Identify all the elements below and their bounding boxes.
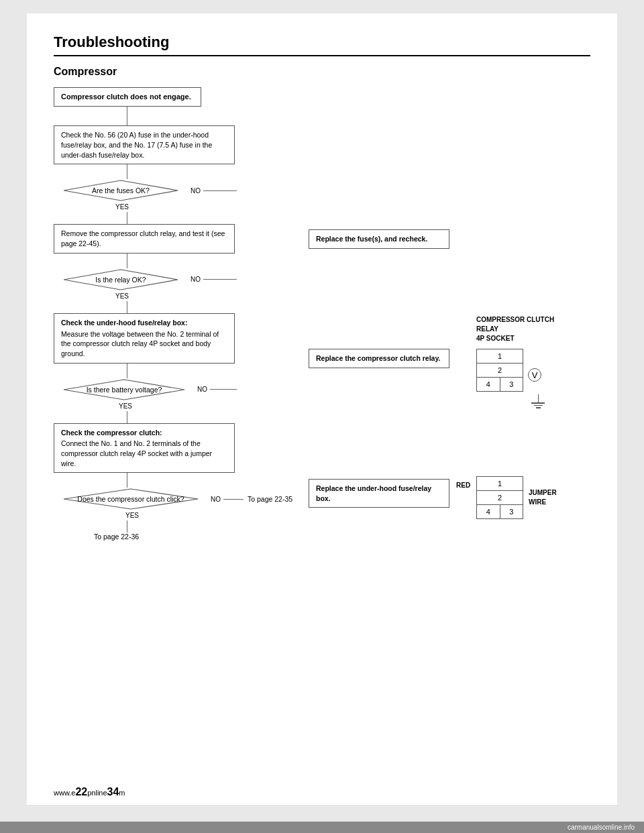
box-replace-fuse-relay: Replace the under-hood fuse/relay box. bbox=[309, 479, 449, 508]
title-divider bbox=[54, 55, 590, 56]
no-line-4 bbox=[223, 499, 244, 500]
no-label-2: NO bbox=[191, 276, 201, 283]
no-branch-4: NO To page 22-35 bbox=[211, 495, 292, 503]
connector-v7 bbox=[127, 411, 127, 423]
box-start: Compressor clutch does not engage. bbox=[54, 87, 201, 107]
diamond1-text: Are the fuses OK? bbox=[54, 179, 188, 202]
diamond2-row: Is the relay OK? NO bbox=[54, 268, 309, 291]
footer-mid: pnline bbox=[87, 789, 107, 797]
connector-v8 bbox=[127, 473, 127, 488]
page-footer: www.e22pnline34m bbox=[54, 786, 125, 798]
no-to-page: To page 22-35 bbox=[248, 495, 292, 503]
no-label-1: NO bbox=[191, 187, 201, 195]
no-label-4: NO bbox=[211, 496, 221, 503]
socket-cell-4: 4 bbox=[477, 378, 500, 391]
diamond3-row: Is there battery voltage? NO bbox=[54, 378, 309, 401]
diamond1-shape: Are the fuses OK? bbox=[54, 179, 188, 202]
relay-diagrams: COMPRESSOR CLUTCH RELAY 4P SOCKET 1 2 V … bbox=[470, 87, 577, 541]
ground-symbol-1 bbox=[499, 394, 577, 408]
no-branch-3: NO bbox=[197, 386, 237, 393]
red-label: RED bbox=[456, 482, 470, 489]
no-branch-1: NO bbox=[191, 187, 237, 195]
socket2-cell-4: 4 bbox=[477, 505, 500, 518]
connector-v5 bbox=[127, 301, 127, 313]
page-content: Troubleshooting Compressor Compressor cl… bbox=[27, 13, 617, 805]
diamond2-text: Is the relay OK? bbox=[54, 268, 188, 291]
connector-v1 bbox=[127, 107, 127, 125]
yes-label-1: YES bbox=[115, 203, 309, 211]
diamond4-row: Does the compressor clutch click? NO To … bbox=[54, 488, 309, 510]
diamond2-shape: Is the relay OK? bbox=[54, 268, 188, 291]
no-branch-2: NO bbox=[191, 276, 237, 283]
connector-v2 bbox=[127, 164, 127, 179]
diamond3-shape: Is there battery voltage? bbox=[54, 378, 195, 401]
no-line-1 bbox=[203, 190, 237, 191]
relay-diagram-1: COMPRESSOR CLUTCH RELAY 4P SOCKET 1 2 V … bbox=[476, 315, 577, 410]
no-line-3 bbox=[210, 389, 237, 390]
box-replace-fuse: Replace the fuse(s), and recheck. bbox=[309, 229, 449, 249]
diamond3-text: Is there battery voltage? bbox=[54, 378, 195, 401]
diamond4-text: Does the compressor clutch click? bbox=[54, 488, 208, 510]
carmanuals-text: carmanualsomline.info bbox=[568, 824, 635, 831]
no-line-2 bbox=[203, 279, 237, 280]
connector-v4 bbox=[127, 254, 127, 268]
box-replace-relay: Replace the compressor clutch relay. bbox=[309, 349, 449, 368]
box5-detail: Connect the No. 1 and No. 2 terminals of… bbox=[61, 439, 227, 468]
jumper-wire-label: JUMPER WIRE bbox=[529, 488, 557, 507]
box-check-clutch: Check the compressor clutch: Connect the… bbox=[54, 423, 235, 474]
yes-to-page: To page 22-36 bbox=[94, 533, 309, 541]
relay-diagram-2: RED 1 2 4 3 JUMPER WIRE bbox=[476, 476, 557, 519]
diamond4-shape: Does the compressor clutch click? bbox=[54, 488, 208, 510]
socket-row-34: 4 3 bbox=[477, 378, 523, 391]
box-check-fuses: Check the No. 56 (20 A) fuse in the unde… bbox=[54, 125, 235, 164]
carmanuals-bar: carmanualsomline.info bbox=[0, 822, 644, 833]
voltmeter-symbol: V bbox=[528, 368, 541, 382]
no-label-3: NO bbox=[197, 386, 207, 393]
page-num2: 34 bbox=[107, 786, 119, 797]
relay-socket-1: 1 2 V 4 3 bbox=[476, 349, 523, 392]
replace-relay-container: Replace the compressor clutch relay. bbox=[309, 349, 449, 368]
yes-label-4: YES bbox=[125, 512, 309, 519]
diamond1-row: Are the fuses OK? NO bbox=[54, 179, 309, 202]
connector-v6 bbox=[127, 364, 127, 378]
connector-v3 bbox=[127, 212, 127, 224]
section-title: Compressor bbox=[54, 66, 590, 78]
box4-detail: Measure the voltage between the No. 2 te… bbox=[61, 329, 227, 359]
connector-v9 bbox=[127, 520, 127, 533]
socket-cell-1: 1 bbox=[477, 349, 523, 364]
replace-fuse-relay-container: Replace the under-hood fuse/relay box. bbox=[309, 479, 449, 508]
yes-label-3: YES bbox=[119, 402, 309, 410]
box-check-underhood: Check the under-hood fuse/relay box: Mea… bbox=[54, 313, 235, 364]
box4-title: Check the under-hood fuse/relay box: bbox=[61, 318, 227, 328]
flowchart: Compressor clutch does not engage. Check… bbox=[54, 87, 590, 541]
socket-cell-3: 3 bbox=[500, 378, 523, 391]
socket2-cell-3: 3 bbox=[500, 505, 523, 518]
replace-fuse-container: Replace the fuse(s), and recheck. bbox=[309, 229, 449, 249]
page-num1: 22 bbox=[75, 786, 87, 797]
flow-left: Compressor clutch does not engage. Check… bbox=[54, 87, 309, 541]
box5-title: Check the compressor clutch: bbox=[61, 428, 227, 438]
socket-with-labels: RED 1 2 4 3 bbox=[476, 476, 523, 519]
flow-right: Replace the fuse(s), and recheck. Replac… bbox=[309, 87, 470, 541]
box-remove-relay: Remove the compressor clutch relay, and … bbox=[54, 224, 235, 253]
socket2-row-34: 4 3 bbox=[477, 505, 523, 518]
socket-cell-2: 2 V bbox=[477, 364, 523, 378]
socket2-cell-1: 1 bbox=[477, 477, 523, 491]
relay-title-1: COMPRESSOR CLUTCH RELAY 4P SOCKET bbox=[476, 315, 577, 343]
relay-socket-2: 1 2 4 3 bbox=[476, 476, 523, 519]
yes-label-2: YES bbox=[115, 292, 309, 300]
relay-diagram-2-inner: RED 1 2 4 3 JUMPER WIRE bbox=[476, 476, 557, 519]
socket2-cell-2: 2 bbox=[477, 491, 523, 505]
page-title: Troubleshooting bbox=[54, 34, 590, 51]
footer-left: www.e bbox=[54, 789, 75, 797]
footer-right: m bbox=[119, 789, 125, 797]
